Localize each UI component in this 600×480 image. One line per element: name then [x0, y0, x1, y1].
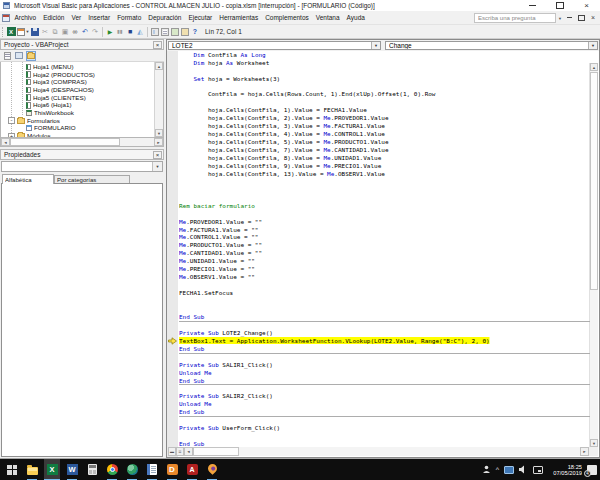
- people-icon[interactable]: [482, 465, 491, 474]
- copy-button[interactable]: ⧉: [50, 26, 60, 37]
- menu-ayuda[interactable]: Ayuda: [343, 13, 368, 23]
- taskbar-onenote-icon[interactable]: [144, 459, 160, 480]
- action-center-icon[interactable]: 4: [587, 465, 597, 475]
- expand-icon[interactable]: +: [8, 133, 15, 138]
- tab-alfabetica[interactable]: Alfabética: [2, 174, 54, 184]
- tree-item[interactable]: Hoja2 (PRODUCTOS): [1, 71, 154, 79]
- taskbar-word-icon[interactable]: W: [64, 459, 80, 480]
- redo-button[interactable]: ↷: [90, 26, 100, 37]
- mdi-close-button[interactable]: ×: [587, 12, 599, 23]
- display-tray-icon[interactable]: [504, 466, 514, 474]
- taskbar-d-app-icon[interactable]: D: [164, 459, 180, 480]
- menu-ventana[interactable]: Ventana: [312, 13, 343, 23]
- code-scroll-left-icon[interactable]: ◄: [184, 447, 193, 456]
- taskbar-chrome-icon[interactable]: [104, 459, 120, 480]
- view-excel-button[interactable]: X: [6, 26, 16, 37]
- save-button[interactable]: [30, 26, 40, 37]
- menu-insertar[interactable]: Insertar: [85, 13, 114, 23]
- code-scroll-down-icon[interactable]: ▼: [590, 439, 598, 447]
- cut-button[interactable]: ✂: [40, 26, 50, 37]
- toolbox-button[interactable]: [180, 26, 190, 37]
- view-code-button[interactable]: [2, 51, 12, 61]
- taskbar-file-explorer-icon[interactable]: [24, 459, 40, 480]
- minimize-button[interactable]: [519, 0, 546, 11]
- module-view-button[interactable]: ≣: [176, 447, 184, 456]
- run-button[interactable]: ▶: [105, 26, 115, 37]
- menu-ver[interactable]: Ver: [68, 13, 85, 23]
- tree-vertical-scrollbar[interactable]: ▲ ▼: [154, 62, 163, 137]
- project-explorer-button[interactable]: [150, 26, 160, 37]
- tree-item[interactable]: Hoja5 (CLIENTES): [1, 94, 154, 102]
- properties-object-combo[interactable]: ▼: [1, 161, 163, 172]
- insert-userform-button[interactable]: ▼: [16, 26, 30, 37]
- code-line: Private Sub SALIR2_Click(): [179, 393, 599, 401]
- taskbar-start-icon[interactable]: [4, 459, 20, 480]
- menu-herramientas[interactable]: Herramientas: [216, 13, 262, 23]
- tree-scroll-left-icon[interactable]: ◄: [1, 138, 10, 146]
- maximize-button[interactable]: [546, 0, 573, 11]
- help-button[interactable]: ?: [190, 26, 200, 37]
- volume-icon[interactable]: [519, 465, 528, 474]
- break-button[interactable]: ▮▮: [115, 26, 125, 37]
- mdi-restore-button[interactable]: [575, 12, 587, 23]
- object-browser-button[interactable]: [170, 26, 180, 37]
- network-icon[interactable]: [533, 466, 543, 474]
- code-horizontal-scrollbar[interactable]: ▬ ≣ ◄ ►: [168, 447, 589, 456]
- code-vertical-scrollbar[interactable]: ▲ ▼: [589, 63, 598, 447]
- object-dropdown[interactable]: LOTE2 ▼: [168, 41, 381, 50]
- taskbar-calculator-icon[interactable]: [84, 459, 100, 480]
- procedure-dropdown-icon[interactable]: ▼: [588, 42, 597, 49]
- mdi-minimize-button[interactable]: [563, 12, 575, 23]
- properties-list[interactable]: [1, 183, 163, 457]
- menu-formato[interactable]: Formato: [114, 13, 145, 23]
- taskbar-maps-pin-icon[interactable]: [204, 459, 220, 480]
- object-dropdown-icon[interactable]: ▼: [371, 42, 380, 49]
- toolbar-grip[interactable]: [2, 27, 5, 37]
- menu-depuración[interactable]: Depuración: [145, 13, 185, 23]
- find-button[interactable]: ∞: [70, 26, 80, 37]
- tree-item[interactable]: -Formularios: [1, 117, 154, 125]
- project-close-icon[interactable]: ×: [153, 41, 162, 49]
- tree-item[interactable]: Hoja6 (Hoja1): [1, 101, 154, 109]
- properties-close-icon[interactable]: ×: [153, 151, 162, 159]
- question-input[interactable]: Escriba una pregunta: [474, 13, 556, 23]
- tray-expand-icon[interactable]: ^: [496, 466, 499, 473]
- tree-scroll-right-icon[interactable]: ►: [154, 138, 163, 146]
- taskbar-excel-icon[interactable]: X: [44, 459, 60, 480]
- view-object-button[interactable]: [14, 51, 24, 61]
- undo-button[interactable]: ↶: [80, 26, 90, 37]
- menu-ejecutar[interactable]: Ejecutar: [185, 13, 216, 23]
- close-button[interactable]: ×: [573, 0, 600, 11]
- collapse-icon[interactable]: -: [8, 117, 15, 124]
- tree-item[interactable]: Hoja4 (DESPACHOS): [1, 86, 154, 94]
- procedure-dropdown[interactable]: Change ▼: [385, 41, 598, 50]
- paste-button[interactable]: ▣: [60, 26, 70, 37]
- menu-complementos[interactable]: Complementos: [262, 13, 313, 23]
- combo-dropdown-icon[interactable]: ▼: [152, 162, 162, 171]
- tree-horizontal-scrollbar[interactable]: ◄ ►: [0, 138, 164, 147]
- tree-item[interactable]: Hoja3 (COMPRAS): [1, 78, 154, 86]
- tree-item[interactable]: +Módulos: [1, 132, 154, 138]
- code-scroll-right-icon[interactable]: ►: [580, 447, 589, 456]
- tree-item[interactable]: ThisWorkbook: [1, 109, 154, 117]
- tree-hscroll-thumb[interactable]: [10, 138, 120, 146]
- procedure-view-button[interactable]: ▬: [168, 447, 176, 456]
- taskbar-browser-globe-icon[interactable]: [124, 459, 140, 480]
- reset-button[interactable]: ■: [125, 26, 135, 37]
- taskbar-acrobat-icon[interactable]: A: [184, 459, 200, 480]
- menu-archivo[interactable]: Archivo: [11, 13, 40, 23]
- design-mode-button[interactable]: ◭: [135, 26, 145, 37]
- tree-item[interactable]: FORMULARIO: [1, 125, 154, 133]
- toggle-folders-button[interactable]: [26, 51, 36, 61]
- code-vscroll-thumb[interactable]: [590, 72, 598, 290]
- menu-edición[interactable]: Edición: [40, 13, 68, 23]
- form-window-icon[interactable]: [2, 14, 10, 22]
- code-hscroll-thumb[interactable]: [193, 447, 239, 456]
- code-editor[interactable]: Dim ContFila As Long Dim hoja As Workshe…: [179, 51, 599, 456]
- tree-scroll-down-icon[interactable]: ▼: [155, 129, 163, 137]
- properties-window-button[interactable]: [160, 26, 170, 37]
- tree-scroll-up-icon[interactable]: ▲: [155, 62, 163, 70]
- taskbar-clock[interactable]: 18:25 07/05/2019: [546, 463, 582, 475]
- tree-item[interactable]: Hoja1 (MENU): [1, 63, 154, 71]
- code-scroll-up-icon[interactable]: ▲: [590, 63, 598, 71]
